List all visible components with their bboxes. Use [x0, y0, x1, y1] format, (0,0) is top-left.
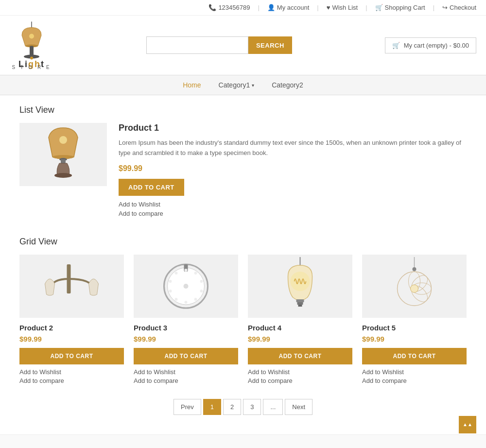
product-2-wishlist-link[interactable]: Add to Wishlist: [19, 368, 124, 376]
list-view: Product 1 Lorem Ipsum has been the indus…: [19, 123, 467, 217]
cart-button[interactable]: 🛒 My cart (empty) - $0.00: [385, 37, 476, 53]
product-4-wishlist-link[interactable]: Add to Wishlist: [248, 368, 352, 376]
search-button[interactable]: SEARCH: [248, 36, 292, 54]
product-1-wishlist-link[interactable]: Add to Wishlist: [119, 201, 467, 208]
grid-item-product-5: Product 5 $99.99 ADD TO CART Add to Wish…: [362, 255, 467, 384]
product-2-compare-link[interactable]: Add to compare: [19, 377, 124, 384]
cart-label: My cart (empty) - $0.00: [404, 42, 469, 49]
product-4-add-to-cart[interactable]: ADD TO CART: [248, 348, 352, 364]
svg-point-27: [169, 280, 172, 283]
product-4-price: $99.99: [248, 335, 352, 343]
phone-number: 123456789: [218, 4, 250, 11]
product-4-compare-link[interactable]: Add to compare: [248, 377, 352, 384]
svg-rect-9: [61, 159, 66, 163]
pagination-page-1[interactable]: 1: [203, 399, 221, 415]
product-4-image-container: [248, 255, 352, 318]
search-bar: SEARCH: [146, 36, 292, 54]
heart-icon: ♥: [327, 4, 330, 11]
checkout-label: Checkout: [450, 4, 476, 11]
product-4-image: [248, 255, 352, 318]
product-3-image-container: [134, 255, 238, 318]
product-3-add-to-cart[interactable]: ADD TO CART: [134, 348, 238, 364]
svg-rect-32: [297, 302, 303, 305]
header: Light S T O R E SEARCH 🛒 My cart (empty)…: [0, 16, 486, 75]
shopping-cart-label: Shopping Cart: [385, 4, 425, 11]
svg-rect-31: [296, 299, 304, 302]
grid-item-product-2: Product 2 $99.99 ADD TO CART Add to Wish…: [19, 255, 124, 384]
pagination-page-2[interactable]: 2: [223, 399, 241, 415]
search-input[interactable]: [146, 36, 248, 54]
product-3-wishlist-link[interactable]: Add to Wishlist: [134, 368, 238, 376]
pagination-page-3[interactable]: 3: [243, 399, 261, 415]
product-1-image-container: [19, 123, 107, 186]
product-1-desc: Lorem Ipsum has been the industry's stan…: [119, 138, 467, 158]
shopping-cart-link[interactable]: 🛒 Shopping Cart: [375, 4, 425, 11]
svg-point-19: [185, 269, 188, 272]
grid-item-product-3: Product 3 $99.99 ADD TO CART Add to Wish…: [134, 255, 238, 384]
svg-point-24: [185, 301, 188, 304]
phone-link[interactable]: 📞 123456789: [208, 4, 250, 11]
product-2-links: Add to Wishlist Add to compare: [19, 368, 124, 384]
pagination-ellipsis: ...: [263, 399, 283, 415]
product-2-name: Product 2: [19, 324, 124, 332]
scroll-to-top[interactable]: ▲▲: [459, 416, 476, 433]
svg-rect-33: [298, 305, 302, 307]
wishlist-link[interactable]: ♥ Wish List: [327, 4, 358, 11]
checkout-icon: ↪: [442, 4, 448, 11]
dropdown-icon-1: ▾: [252, 83, 254, 88]
grid-item-product-4: Product 4 $99.99 ADD TO CART Add to Wish…: [248, 255, 352, 384]
footer: OpenCart Theme Designed With TemplateToa…: [0, 434, 486, 448]
nav-item-home[interactable]: Home: [174, 75, 209, 95]
svg-point-43: [413, 267, 417, 271]
product-2-image-container: [19, 255, 124, 318]
shopping-cart-icon: 🛒: [375, 4, 383, 11]
navigation: Home Category1 ▾ Category2: [0, 75, 486, 95]
product-1-add-to-cart[interactable]: ADD TO CART: [119, 179, 184, 196]
svg-point-25: [175, 298, 178, 301]
product-2-add-to-cart[interactable]: ADD TO CART: [19, 348, 124, 364]
my-account-label: My account: [277, 4, 309, 11]
svg-point-23: [194, 298, 197, 301]
svg-point-28: [175, 272, 178, 275]
logo[interactable]: Light S T O R E: [10, 20, 53, 70]
svg-point-10: [54, 173, 72, 178]
product-5-image-container: [362, 255, 467, 318]
product-1-compare-link[interactable]: Add to compare: [119, 210, 467, 217]
scroll-top-icon: ▲▲: [463, 422, 472, 427]
nav-item-category2[interactable]: Category2: [263, 75, 312, 95]
svg-point-42: [411, 285, 418, 293]
product-5-compare-link[interactable]: Add to compare: [362, 377, 467, 384]
svg-point-20: [194, 272, 197, 275]
product-3-links: Add to Wishlist Add to compare: [134, 368, 238, 384]
svg-point-34: [291, 272, 310, 291]
product-5-wishlist-link[interactable]: Add to Wishlist: [362, 368, 467, 376]
product-3-compare-link[interactable]: Add to compare: [134, 377, 238, 384]
nav-item-category1[interactable]: Category1 ▾: [210, 75, 263, 95]
product-3-price: $99.99: [134, 335, 238, 343]
product-1-info: Product 1 Lorem Ipsum has been the indus…: [119, 123, 467, 217]
separator-3: |: [365, 4, 367, 11]
account-icon: 👤: [267, 4, 275, 11]
product-5-add-to-cart[interactable]: ADD TO CART: [362, 348, 467, 364]
svg-point-11: [59, 136, 67, 144]
list-view-title: List View: [19, 105, 467, 115]
svg-point-26: [169, 290, 172, 293]
product-5-price: $99.99: [362, 335, 467, 343]
pagination-prev[interactable]: Prev: [174, 399, 201, 415]
nav-category1-label: Category1: [219, 81, 250, 89]
product-2-image: [19, 255, 124, 318]
logo-subtext: S T O R E: [12, 65, 51, 70]
svg-point-22: [200, 290, 203, 293]
pagination-next[interactable]: Next: [285, 399, 312, 415]
product-5-image: [362, 255, 467, 318]
checkout-link[interactable]: ↪ Checkout: [442, 4, 476, 11]
product-3-name: Product 3: [134, 324, 238, 332]
product-1-price: $99.99: [119, 164, 467, 173]
separator-4: |: [433, 4, 434, 11]
my-account-link[interactable]: 👤 My account: [267, 4, 309, 11]
nav-home-label: Home: [183, 81, 201, 89]
separator-1: |: [258, 4, 259, 11]
logo-svg: [10, 20, 53, 62]
svg-point-4: [29, 34, 34, 39]
product-5-name: Product 5: [362, 324, 467, 332]
